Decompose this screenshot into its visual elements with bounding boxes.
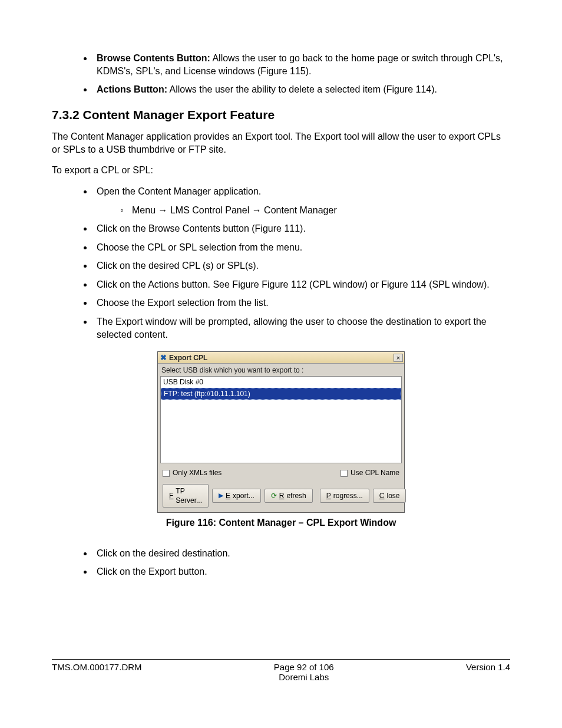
options-row: Only XMLs files Use CPL Name xyxy=(158,463,404,481)
dialog-title: Export CPL xyxy=(169,353,394,363)
footer-doc-id: TMS.OM.000177.DRM xyxy=(52,662,142,682)
step-item: Open the Content Manager application. Me… xyxy=(93,185,510,216)
post-figure-list: Click on the desired destination. Click … xyxy=(93,547,510,578)
btn-rest: TP Server... xyxy=(176,486,202,505)
ftp-server-button[interactable]: FTP Server... xyxy=(163,484,209,508)
checkbox-icon xyxy=(163,470,170,477)
dialog-titlebar[interactable]: ✖ Export CPL × xyxy=(158,352,404,364)
close-icon[interactable]: × xyxy=(394,354,403,362)
list-item-ftp[interactable]: FTP: test (ftp://10.11.1.101) xyxy=(161,388,401,400)
btn-u: E xyxy=(226,491,230,500)
btn-u: R xyxy=(279,491,285,500)
export-icon: ▶ xyxy=(219,491,223,500)
footer-company: Doremi Labs xyxy=(142,672,466,682)
list-item-usb[interactable]: USB Disk #0 xyxy=(161,377,401,387)
steps-list: Open the Content Manager application. Me… xyxy=(93,185,510,341)
checkbox-label: Use CPL Name xyxy=(351,468,399,477)
export-button[interactable]: ▶Export... xyxy=(212,489,261,503)
step-item: Click on the Actions button. See Figure … xyxy=(93,278,510,291)
btn-rest: efresh xyxy=(286,491,306,500)
btn-u: C xyxy=(379,491,385,500)
checkbox-label: Only XMLs files xyxy=(173,468,222,477)
substep-text: Menu → LMS Control Panel → Content Manag… xyxy=(132,205,337,215)
destination-listbox[interactable]: USB Disk #0 FTP: test (ftp://10.11.1.101… xyxy=(160,376,402,463)
intro-bullet-list: Browse Contents Button: Allows the user … xyxy=(93,52,510,96)
btn-rest: xport... xyxy=(233,491,254,500)
close-button[interactable]: Close xyxy=(373,489,406,503)
paragraph-lead: To export a CPL or SPL: xyxy=(52,164,510,177)
footer-center: Page 92 of 106 Doremi Labs xyxy=(142,662,466,682)
substeps-list: Menu → LMS Control Panel → Content Manag… xyxy=(117,204,510,217)
intro-bullet-1: Browse Contents Button: Allows the user … xyxy=(93,52,510,77)
refresh-icon: ⟳ xyxy=(271,491,277,500)
page-footer: TMS.OM.000177.DRM Page 92 of 106 Doremi … xyxy=(52,659,510,682)
intro-bullet-2: Actions Button: Allows the user the abil… xyxy=(93,83,510,96)
step-item: Click on the Browse Contents button (Fig… xyxy=(93,222,510,235)
paragraph-intro: The Content Manager application provides… xyxy=(52,130,510,156)
footer-rule xyxy=(52,659,510,660)
post-step-item: Click on the Export button. xyxy=(93,565,510,578)
step-item: The Export window will be prompted, allo… xyxy=(93,315,510,341)
figure-wrapper: ✖ Export CPL × Select USB disk which you… xyxy=(52,351,510,529)
button-row: FTP Server... ▶Export... ⟳Refresh Progre… xyxy=(158,482,404,512)
btn-u: F xyxy=(169,491,173,500)
checkbox-icon xyxy=(340,470,348,477)
btn-rest: rogress... xyxy=(333,491,363,500)
section-heading: 7.3.2 Content Manager Export Feature xyxy=(52,107,510,123)
footer-page-num: Page 92 of 106 xyxy=(142,662,466,672)
export-cpl-dialog: ✖ Export CPL × Select USB disk which you… xyxy=(157,351,405,513)
step-item: Choose the Export selection from the lis… xyxy=(93,297,510,309)
step-item: Click on the desired CPL (s) or SPL(s). xyxy=(93,259,510,272)
post-step-item: Click on the desired destination. xyxy=(93,547,510,560)
substep-item: Menu → LMS Control Panel → Content Manag… xyxy=(117,204,510,217)
footer-version: Version 1.4 xyxy=(466,662,510,682)
figure-caption: Figure 116: Content Manager – CPL Export… xyxy=(52,516,510,529)
btn-u: P xyxy=(326,491,331,500)
app-x-icon: ✖ xyxy=(160,353,167,363)
use-cpl-name-checkbox[interactable]: Use CPL Name xyxy=(340,468,399,477)
refresh-button[interactable]: ⟳Refresh xyxy=(265,489,313,503)
btn-rest: lose xyxy=(386,491,399,500)
bullet-bold: Browse Contents Button: xyxy=(97,53,210,63)
dialog-prompt: Select USB disk which you want to export… xyxy=(158,364,404,376)
step-item: Choose the CPL or SPL selection from the… xyxy=(93,241,510,254)
step-text: Open the Content Manager application. xyxy=(97,186,261,196)
bullet-rest: Allows the user the ability to delete a … xyxy=(167,84,437,94)
only-xmls-checkbox[interactable]: Only XMLs files xyxy=(163,468,222,477)
progress-button[interactable]: Progress... xyxy=(320,489,369,503)
bullet-bold: Actions Button: xyxy=(97,84,167,94)
